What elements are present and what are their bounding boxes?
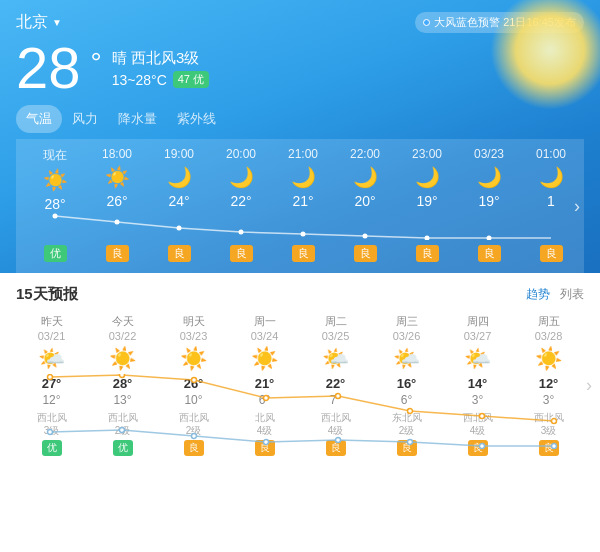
fc-wind: 西北风4级 — [463, 411, 493, 437]
forecast-grid: 昨天 03/21 🌤️ 27° 12° 西北风3级 优 今天 03/22 ☀️ … — [16, 314, 584, 456]
hour-item: 03/23 🌙 19° — [458, 147, 520, 212]
temp-range-row: 13~28°C 47 优 — [112, 71, 209, 88]
scroll-right-arrow[interactable]: › — [574, 196, 580, 217]
hour-item: 01:00 🌙 1 — [520, 147, 582, 212]
hour-label: 现在 — [43, 147, 67, 164]
hour-item: 23:00 🌙 19° — [396, 147, 458, 212]
svg-point-7 — [487, 236, 492, 241]
hour-label: 18:00 — [102, 147, 132, 161]
aqi-tag: 优 — [44, 245, 67, 262]
fc-date: 03/22 — [109, 330, 137, 342]
sunny-icon: ☀️ — [251, 346, 278, 372]
list-view-btn[interactable]: 列表 — [560, 286, 584, 303]
fc-high: 16° — [397, 376, 417, 391]
svg-point-6 — [425, 236, 430, 241]
hour-item: 22:00 🌙 20° — [334, 147, 396, 212]
fc-high: 28° — [113, 376, 133, 391]
fc-low: 12° — [42, 393, 60, 407]
aqi-tag: 良 — [540, 245, 563, 262]
temp-unit: ° — [91, 47, 102, 79]
sunny-icon: ☀️ — [180, 346, 207, 372]
aqi-tag: 良 — [230, 245, 253, 262]
forecast-col: 周三 03/26 🌤️ 16° 6° 东北风2级 良 — [371, 314, 442, 456]
hourly-scroll: 现在 ☀️ 28° 18:00 ☀️ 26° 19:00 🌙 24° 20:00… — [16, 147, 584, 212]
city-selector[interactable]: 北京 ▼ — [16, 12, 62, 33]
aqi-item: 良 — [210, 245, 272, 262]
aqi-item: 优 — [24, 245, 86, 262]
hour-label: 19:00 — [164, 147, 194, 161]
fc-high: 27° — [42, 376, 62, 391]
fc-low: 13° — [113, 393, 131, 407]
moon-cloud-icon: 🌙 — [477, 165, 502, 189]
partly-cloudy-icon: 🌤️ — [38, 346, 65, 372]
tab-precipitation[interactable]: 降水量 — [108, 105, 167, 133]
moon-cloud-icon: 🌙 — [415, 165, 440, 189]
hour-temp: 24° — [168, 193, 189, 209]
hour-item: 20:00 🌙 22° — [210, 147, 272, 212]
fc-low: 10° — [184, 393, 202, 407]
aqi-item: 良 — [86, 245, 148, 262]
fc-day: 昨天 — [41, 314, 63, 329]
top-section: 北京 ▼ 大风蓝色预警 21日16:45发布 28 ° 晴 西北风3级 13~2… — [0, 0, 600, 273]
view-toggle: 趋势 列表 — [526, 286, 584, 303]
fc-high: 22° — [326, 376, 346, 391]
tab-temperature[interactable]: 气温 — [16, 105, 62, 133]
tab-uv[interactable]: 紫外线 — [167, 105, 226, 133]
fc-wind: 西北风2级 — [108, 411, 138, 437]
fc-aqi-tag: 良 — [184, 440, 204, 456]
hour-label: 01:00 — [536, 147, 566, 161]
moon-cloud-icon: 🌙 — [291, 165, 316, 189]
aqi-tag: 良 — [106, 245, 129, 262]
fc-date: 03/25 — [322, 330, 350, 342]
hour-temp: 1 — [547, 193, 555, 209]
hour-label: 23:00 — [412, 147, 442, 161]
forecast-col: 周四 03/27 🌤️ 14° 3° 西北风4级 良 — [442, 314, 513, 456]
aqi-item: 良 — [520, 245, 582, 262]
fc-aqi-tag: 优 — [113, 440, 133, 456]
aqi-item: 良 — [458, 245, 520, 262]
sun-icon: ☀️ — [43, 168, 68, 192]
fc-date: 03/23 — [180, 330, 208, 342]
moon-cloud-icon: 🌙 — [539, 165, 564, 189]
fc-low: 6° — [401, 393, 412, 407]
fc-day: 周一 — [254, 314, 276, 329]
moon-cloud-icon: 🌙 — [229, 165, 254, 189]
fc-high: 12° — [539, 376, 559, 391]
fc-wind: 东北风2级 — [392, 411, 422, 437]
temp-trend-line — [24, 212, 576, 240]
aqi-row: 优 良 良 良 良 良 良 良 良 — [16, 240, 584, 267]
hour-temp: 21° — [292, 193, 313, 209]
svg-point-3 — [239, 230, 244, 235]
chevron-down-icon: ▼ — [52, 17, 62, 28]
hour-label: 20:00 — [226, 147, 256, 161]
aqi-item: 良 — [272, 245, 334, 262]
hour-item: 19:00 🌙 24° — [148, 147, 210, 212]
aqi-tag: 良 — [416, 245, 439, 262]
forecast-col: 周五 03/28 ☀️ 12° 3° 西北风3级 良 — [513, 314, 584, 456]
fc-high: 14° — [468, 376, 488, 391]
aqi-item: 良 — [334, 245, 396, 262]
forecast-title: 15天预报 — [16, 285, 78, 304]
weather-description: 晴 西北风3级 13~28°C 47 优 — [112, 39, 209, 88]
partly-cloudy-icon: 🌤️ — [464, 346, 491, 372]
fc-aqi-tag: 良 — [539, 440, 559, 456]
fc-low: 3° — [543, 393, 554, 407]
aqi-tag: 良 — [292, 245, 315, 262]
fc-date: 03/27 — [464, 330, 492, 342]
bottom-section: 15天预报 趋势 列表 昨天 03/21 🌤️ 27° 12° 西北风3级 优 … — [0, 273, 600, 552]
hourly-section: 现在 ☀️ 28° 18:00 ☀️ 26° 19:00 🌙 24° 20:00… — [16, 139, 584, 273]
forecast-col: 昨天 03/21 🌤️ 27° 12° 西北风3级 优 — [16, 314, 87, 456]
tab-wind[interactable]: 风力 — [62, 105, 108, 133]
forecast-scroll-arrow[interactable]: › — [586, 375, 592, 396]
fc-low: 3° — [472, 393, 483, 407]
partly-cloudy-icon: 🌤️ — [393, 346, 420, 372]
fc-low: 6° — [259, 393, 270, 407]
fc-day: 周五 — [538, 314, 560, 329]
fc-date: 03/28 — [535, 330, 563, 342]
hour-temp: 20° — [354, 193, 375, 209]
trend-view-btn[interactable]: 趋势 — [526, 286, 550, 303]
alert-dot-icon — [423, 19, 430, 26]
aqi-badge: 47 优 — [173, 71, 209, 88]
aqi-label: 优 — [193, 73, 204, 85]
hour-label: 21:00 — [288, 147, 318, 161]
